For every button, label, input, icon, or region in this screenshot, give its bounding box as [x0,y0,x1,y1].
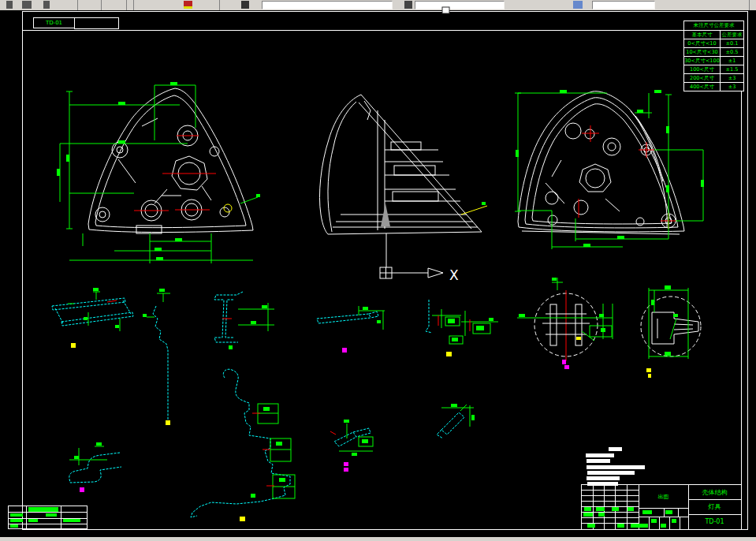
tolerance-row: 10<尺寸<30 ±0.5 [684,47,743,56]
detail-label-magenta [344,468,348,472]
technical-notes [586,447,645,486]
cad-application-window: X [0,0,756,541]
detail-circle-left [517,278,613,369]
toolbar-separator [126,0,127,10]
sheet-frame [22,12,748,531]
sheet-code-box: TD-01 [33,17,75,28]
titleblock-release-state: 出图 [639,486,687,507]
front-view-centerlines [579,125,676,229]
layer-dropdown[interactable] [262,1,393,9]
detail-label-yellow [71,343,76,348]
linetype-dropdown[interactable] [592,1,655,9]
toolbar-icon[interactable] [6,1,13,9]
ucs-x-axis-label: X [449,267,459,283]
toolbar-separator [133,0,134,10]
front-view-dimensions [515,90,704,249]
tolerance-row: 100<尺寸<200 ±1.5 [684,65,743,73]
tolerance-table: 未注尺寸公差要求 基本尺寸 公差要求 0<尺寸<10 ±0.1 10<尺寸<30… [683,21,744,91]
title-block-entries [583,507,676,528]
detail-label-magenta [344,462,348,466]
section-detail-flat-channel [317,306,385,353]
section-detail-mid-cluster [426,300,498,356]
toolbar-icon[interactable] [404,1,412,9]
margin-table [8,506,88,529]
bottom-chrome-strip [0,537,756,541]
linetype-icon[interactable] [573,1,583,9]
sheet-code-label: TD-01 [46,20,62,26]
section-detail-diagonal-bracket [437,404,475,438]
toolbar-icon[interactable] [241,1,249,9]
section-detail-c-channel [214,292,274,349]
section-detail-drop-bracket [143,289,170,425]
toolbar-icon[interactable] [43,1,50,9]
detail-label-yellow [240,517,245,521]
section-detail-bottom-left [69,442,121,492]
titleblock-drawing-number: TD-01 [689,515,740,528]
toolbar-separator [749,0,750,10]
toolbar-separator [77,0,78,10]
tolerance-row: 200<尺寸<400 ±3 [684,73,743,82]
section-detail-slanted-channel [52,288,133,348]
drawing-canvas[interactable]: X [0,0,756,541]
color-dropdown[interactable] [415,1,505,9]
rear-view-dimensions [57,82,260,263]
tolerance-row: 400<尺寸<1000 ±3 [684,82,743,91]
toolbar-separator [219,0,220,10]
detail-label-magenta [562,360,566,364]
front-view [518,91,684,234]
tolerance-row: 0<尺寸<10 ±0.1 [684,39,743,47]
tolerance-col-tol: 公差要求 [721,31,743,39]
titleblock-product-name: 壳体结构 [689,486,740,498]
detail-label-magenta [80,487,84,492]
titleblock-category: 灯具 [689,500,740,513]
side-view [319,95,482,234]
detail-label-yellow [648,374,651,378]
toolbar-separator [101,0,102,10]
ucs-icon: X [380,233,459,283]
detail-label-yellow [166,420,170,425]
tolerance-row: 30<尺寸<100 ±1 [684,56,743,65]
detail-label-yellow [646,368,651,372]
paint-icon[interactable] [184,1,192,9]
section-detail-diagonal-small [330,420,373,472]
rear-view [88,88,253,233]
side-view-leader [461,202,487,215]
section-detail-long-profile [191,369,295,521]
toolbar-icon[interactable] [22,1,32,9]
detail-circle-right [641,285,701,378]
tolerance-col-size: 基本尺寸 [684,31,721,39]
detail-label-magenta [564,365,569,369]
detail-label-yellow [446,352,452,356]
rear-view-centerlines [134,136,216,211]
detail-label-magenta [342,348,347,353]
tolerance-table-title: 未注尺寸公差要求 [684,21,743,30]
toolbar [0,0,756,10]
